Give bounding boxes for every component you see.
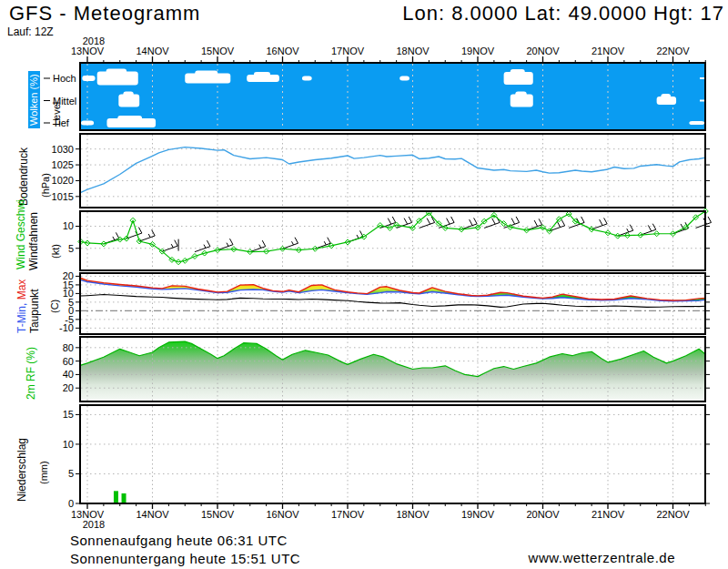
precip-axis-label: Niederschlag [16, 438, 27, 502]
time-axis-label-bottom: 20NOV [526, 509, 560, 520]
time-axis-label-bottom: 21NOV [592, 509, 625, 520]
y-tick-label: 10 [63, 439, 74, 450]
time-axis-label-top: 16NOV [266, 46, 299, 56]
time-axis-label-top: 15NOV [201, 46, 235, 56]
cloud-level-tick-label: Hoch [53, 73, 76, 84]
tmin-label: T-Min, [15, 300, 28, 333]
time-axis-label-top: 20NOV [526, 46, 560, 56]
y-tick-label: 1015 [52, 191, 74, 202]
time-axis-label-bottom: 15NOV [201, 509, 235, 520]
y-tick-label: 5 [68, 243, 74, 254]
time-axis-label-top: 21NOV [592, 46, 625, 56]
rh-axis-label: 2m RF (%) [25, 347, 36, 400]
time-axis-label-bottom: 19NOV [461, 509, 495, 520]
y-tick-label: 20 [63, 382, 74, 393]
time-axis-label-bottom: 18NOV [396, 509, 430, 520]
y-tick-label: 1025 [52, 159, 74, 170]
sunset-text: Sonnenuntergang heute 15:51 UTC [70, 551, 300, 566]
meteogram-chart: HochMittelTief10151020102510305102015105… [0, 0, 728, 569]
time-axis-label-bottom: 22NOV [656, 509, 690, 520]
humidity-panel: 20406080 [63, 337, 710, 401]
wind-panel: 510 [63, 208, 712, 270]
y-tick-label: 80 [63, 342, 74, 353]
cloud-axis-label: Wolken (%) [28, 71, 40, 128]
y-tick-label: 1020 [52, 175, 74, 186]
time-axis-label-top: 19NOV [461, 46, 495, 56]
y-tick-label: 10 [63, 220, 74, 231]
y-tick-label: 5 [68, 468, 74, 479]
y-tick-label: -10 [59, 322, 74, 333]
clouds-panel: HochMittelTief [44, 63, 705, 130]
precipitation-panel: 051015 [63, 405, 710, 509]
wind-barbs [104, 217, 712, 252]
time-axis-label-bottom: 14NOV [136, 509, 169, 520]
sunrise-text: Sonnenaufgang heute 06:31 UTC [70, 533, 288, 548]
pressure-panel: 1015102010251030 [52, 134, 710, 208]
wind-unit-label: (kt) [51, 244, 61, 259]
meteogram-page: GFS - Meteogramm Lon: 8.0000 Lat: 49.000… [0, 0, 728, 569]
time-axis-label-bottom: 17NOV [331, 509, 365, 520]
time-axis-label-top: 17NOV [331, 46, 365, 56]
precip-unit-label: (mm) [39, 461, 49, 484]
y-tick-label: 15 [63, 409, 74, 420]
cloud-level-label: Level [52, 102, 62, 126]
y-tick-label: 0 [68, 498, 74, 509]
tmax-label: Max [15, 279, 28, 300]
wind-axis-label: Wind Geschwi. [15, 197, 26, 269]
pressure-unit-label: (hPa) [41, 173, 51, 198]
time-axis-label-top: 14NOV [136, 46, 169, 56]
website-url: www.wetterzentrale.de [529, 550, 675, 565]
y-tick-label: 40 [63, 369, 74, 380]
dewpoint-axis-label: Taupunkt [29, 289, 40, 333]
time-axis-label-top: 22NOV [656, 46, 690, 56]
time-axis-label-top: 13NOV [71, 46, 105, 56]
temperature-panel: 20151050-5-10 [59, 270, 710, 334]
year-label-bottom: 2018 [74, 519, 114, 530]
time-axis-label-top: 18NOV [396, 46, 430, 56]
time-axis-label-bottom: 16NOV [266, 509, 299, 520]
temp-unit-label: (C) [50, 300, 60, 313]
temp-axis-label: T-Min, Max [16, 279, 27, 333]
windbarb-axis-label: Windfahnen [28, 212, 39, 270]
y-tick-label: 60 [63, 356, 74, 367]
y-tick-label: 1030 [52, 144, 74, 155]
